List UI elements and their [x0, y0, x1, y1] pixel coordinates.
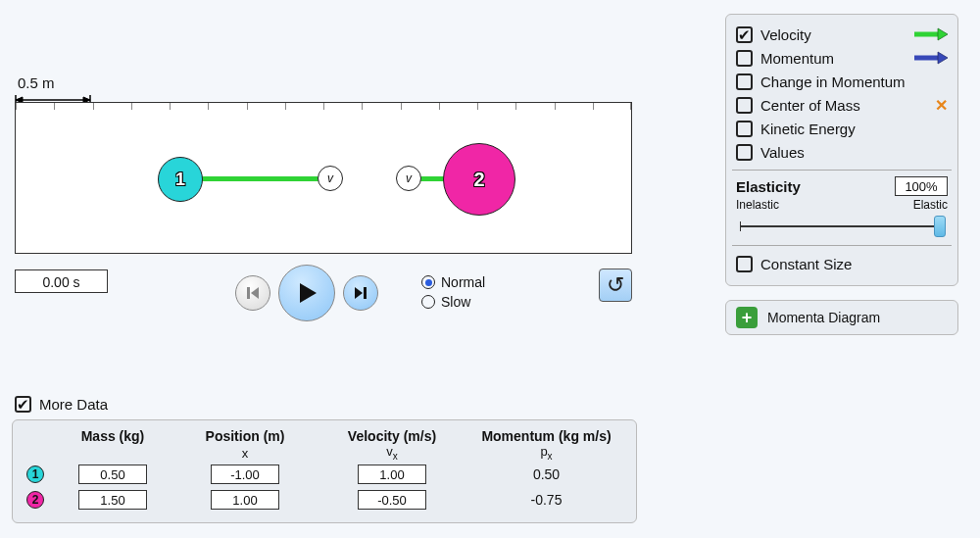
ball-1-label: 1 [175, 170, 185, 190]
data-table: Mass (kg) Position (m) Velocity (m/s) Mo… [12, 419, 637, 523]
elasticity-slider[interactable] [740, 214, 944, 239]
radio-icon [421, 295, 435, 309]
mass-input-2[interactable]: 1.50 [78, 490, 147, 510]
velocity-handle-label: v [406, 171, 412, 185]
step-back-button[interactable] [235, 275, 270, 311]
subheader-momentum: px [466, 444, 627, 462]
checkbox-icon [736, 97, 753, 114]
svg-marker-7 [300, 283, 317, 303]
play-controls [235, 265, 378, 321]
header-mass: Mass (kg) [54, 428, 172, 444]
velocity-handle-ball1[interactable]: v [318, 166, 343, 191]
values-label: Values [760, 144, 805, 161]
center-of-mass-checkbox[interactable]: Center of Mass ✕ [736, 93, 948, 117]
checkbox-icon [15, 396, 31, 413]
values-checkbox[interactable]: Values [736, 140, 948, 164]
speed-normal-radio[interactable]: Normal [421, 272, 485, 292]
header-velocity: Velocity (m/s) [318, 428, 466, 444]
elasticity-endlabels: Inelastic Elastic [736, 198, 948, 212]
center-of-mass-label: Center of Mass [760, 97, 860, 114]
step-forward-icon [353, 285, 368, 301]
checkbox-icon [736, 121, 753, 137]
speed-radio-group: Normal Slow [421, 272, 485, 312]
slider-line [740, 225, 944, 227]
ball-tag-1: 1 [26, 465, 44, 483]
reset-icon: ↺ [607, 272, 624, 298]
divider [732, 170, 952, 171]
subheader-velocity: vx [318, 444, 466, 462]
speed-slow-label: Slow [441, 292, 470, 312]
divider [732, 245, 952, 246]
checkbox-icon [736, 26, 753, 43]
constant-size-label: Constant Size [760, 256, 852, 272]
svg-marker-13 [938, 52, 948, 64]
momentum-checkbox-label: Momentum [760, 50, 834, 67]
radio-icon [421, 275, 435, 289]
play-button[interactable] [278, 265, 335, 321]
velocity-checkbox[interactable]: Velocity [736, 23, 948, 46]
ball-2-label: 2 [473, 169, 484, 191]
kinetic-energy-label: Kinetic Energy [760, 121, 856, 137]
speed-normal-label: Normal [441, 272, 485, 292]
center-of-mass-icon: ✕ [935, 96, 948, 115]
step-back-icon [245, 285, 261, 301]
elasticity-label: Elasticity [736, 178, 801, 195]
checkbox-icon [736, 73, 753, 90]
momentum-checkbox[interactable]: Momentum [736, 46, 948, 70]
expand-icon: + [736, 307, 758, 328]
reset-button[interactable]: ↺ [599, 269, 632, 302]
elasticity-row: Elasticity 100% [736, 176, 948, 196]
svg-rect-5 [247, 287, 250, 299]
options-panel: Velocity Momentum Change in Momentum Cen… [725, 14, 958, 286]
mass-input-1[interactable]: 0.50 [78, 465, 147, 484]
subheader-position: x [172, 446, 318, 461]
momentum-value-2: -0.75 [466, 492, 627, 508]
simulation-area[interactable]: 1 2 v v [15, 102, 632, 254]
more-data-label: More Data [39, 396, 108, 413]
velocity-checkbox-label: Velocity [760, 26, 811, 43]
ruler-ticks [16, 103, 631, 113]
svg-marker-6 [251, 287, 259, 299]
position-input-1[interactable]: -1.00 [211, 465, 279, 484]
speed-slow-radio[interactable]: Slow [421, 292, 485, 312]
velocity-handle-label: v [327, 171, 333, 185]
position-input-2[interactable]: 1.00 [211, 490, 279, 510]
velocity-arrow-icon [914, 27, 948, 41]
checkbox-icon [736, 256, 753, 272]
slider-tick [740, 221, 741, 231]
header-momentum: Momentum (kg m/s) [466, 428, 627, 444]
velocity-handle-ball2[interactable]: v [396, 166, 421, 191]
kinetic-energy-checkbox[interactable]: Kinetic Energy [736, 117, 948, 140]
play-icon [295, 281, 318, 305]
velocity-input-2[interactable]: -0.50 [358, 490, 426, 510]
checkbox-icon [736, 50, 753, 67]
scale-label: 0.5 m [18, 74, 55, 91]
ball-tag-2: 2 [26, 491, 44, 509]
table-row: 2 1.50 1.00 -0.50 -0.75 [26, 487, 622, 513]
ball-1[interactable]: 1 [158, 157, 203, 202]
change-momentum-checkbox[interactable]: Change in Momentum [736, 70, 948, 93]
elastic-label: Elastic [913, 198, 948, 212]
momentum-arrow-icon [914, 51, 948, 65]
svg-marker-11 [938, 28, 948, 40]
header-position: Position (m) [172, 428, 318, 444]
svg-rect-9 [364, 287, 367, 299]
velocity-input-1[interactable]: 1.00 [358, 465, 426, 484]
table-row: 1 0.50 -1.00 1.00 0.50 [26, 462, 622, 487]
elasticity-value[interactable]: 100% [895, 176, 948, 196]
slider-thumb[interactable] [934, 216, 946, 237]
momenta-diagram-label: Momenta Diagram [767, 310, 880, 325]
svg-marker-8 [355, 287, 363, 299]
ball-2[interactable]: 2 [443, 143, 515, 216]
momenta-diagram-toggle[interactable]: + Momenta Diagram [725, 300, 958, 335]
change-momentum-label: Change in Momentum [760, 73, 906, 90]
more-data-checkbox[interactable]: More Data [15, 396, 108, 413]
inelastic-label: Inelastic [736, 198, 779, 212]
momentum-value-1: 0.50 [466, 466, 627, 482]
time-display: 0.00 s [15, 269, 108, 293]
step-forward-button[interactable] [343, 275, 378, 311]
checkbox-icon [736, 144, 753, 161]
constant-size-checkbox[interactable]: Constant Size [736, 252, 948, 275]
